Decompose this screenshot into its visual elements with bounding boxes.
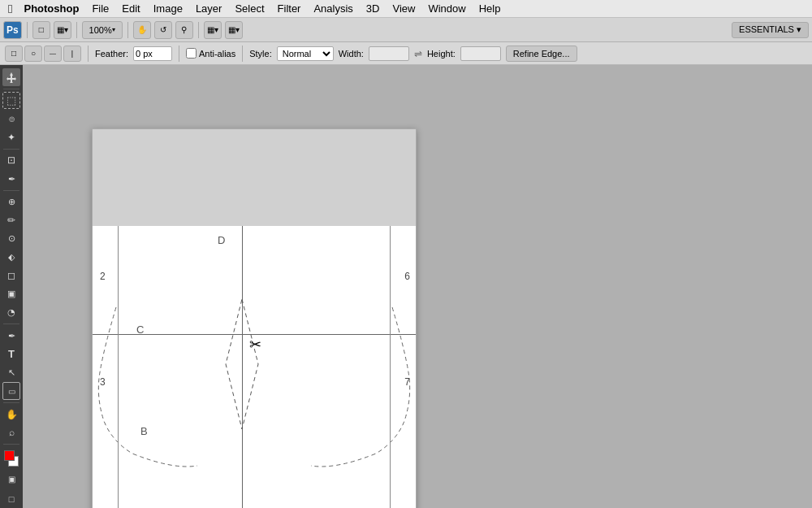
feather-label: Feather: <box>95 49 128 59</box>
rect-marquee-mode-btn[interactable]: □ <box>5 46 23 62</box>
style-select[interactable]: Normal Fixed Ratio Fixed Size <box>277 46 334 61</box>
menu-select[interactable]: Select <box>228 0 270 18</box>
fold-lines-center <box>209 299 274 429</box>
color-swatches <box>2 449 20 467</box>
arrange-button[interactable]: ▦▾ <box>225 21 243 39</box>
hand-tool-button[interactable]: ✋ <box>133 21 151 39</box>
zoom-tool-left[interactable]: ⌕ <box>2 424 20 442</box>
pen-tool[interactable]: ✒ <box>2 327 20 345</box>
doc-layout-button[interactable]: ▦▾ <box>54 21 71 39</box>
width-input[interactable] <box>369 46 409 61</box>
essentials-button[interactable]: ESSENTIALS ▾ <box>732 22 809 38</box>
label-7: 7 <box>404 376 410 388</box>
options-sep-2 <box>179 46 179 62</box>
hand-tool[interactable]: ✋ <box>2 406 20 423</box>
menu-analysis[interactable]: Analysis <box>307 0 359 18</box>
ps-logo-button[interactable]: Ps <box>3 21 22 39</box>
anti-alias-checkbox-group: Anti-alias <box>186 48 235 59</box>
history-brush-tool[interactable]: ⬖ <box>2 249 20 267</box>
label-D: D <box>218 234 225 246</box>
cut-line-right <box>254 307 417 470</box>
options-sep-3 <box>242 46 243 62</box>
menu-help[interactable]: Help <box>473 0 508 18</box>
screen-mode-button[interactable]: □ <box>2 490 20 508</box>
options-sep-1 <box>88 46 89 62</box>
view-mode-button[interactable]: ▦▾ <box>204 21 222 39</box>
svg-marker-0 <box>6 72 16 83</box>
menu-file[interactable]: File <box>85 0 115 18</box>
label-3: 3 <box>100 376 106 388</box>
doc-content-area: D C B 2 3 6 7 ✂ <box>92 226 417 508</box>
label-2: 2 <box>100 271 106 282</box>
menu-bar:  Photoshop File Edit Image Layer Select… <box>0 0 812 18</box>
document-canvas: D C B 2 3 6 7 ✂ <box>92 128 417 508</box>
grid-left-border <box>118 226 119 508</box>
main-toolbar: Ps □ ▦▾ 100% ▾ ✋ ↺ ⚲ ▦▾ ▦▾ ESSENTIALS ▾ <box>0 18 812 42</box>
tool-sep-1 <box>3 89 19 89</box>
menu-edit[interactable]: Edit <box>115 0 146 18</box>
path-select-tool[interactable]: ↖ <box>2 364 20 382</box>
menu-image[interactable]: Image <box>147 0 189 18</box>
quick-mask-tool[interactable]: ▣ <box>2 471 20 488</box>
magic-wand-tool[interactable]: ✦ <box>2 128 20 146</box>
brush-tool[interactable]: ✏ <box>2 211 20 229</box>
menu-3d[interactable]: 3D <box>360 0 387 18</box>
zoom-tool-button[interactable]: ⚲ <box>175 21 193 39</box>
tool-sep-5 <box>3 402 19 403</box>
menu-photoshop[interactable]: Photoshop <box>17 0 85 18</box>
feather-input[interactable] <box>133 46 172 61</box>
zoom-input-area[interactable]: 100% ▾ <box>82 21 123 39</box>
row-marquee-mode-btn[interactable]: — <box>44 46 62 62</box>
text-tool[interactable]: T <box>2 345 20 363</box>
style-label: Style: <box>249 49 272 59</box>
options-bar: □ ○ — | Feather: Anti-alias Style: Norma… <box>0 42 812 65</box>
foreground-color-swatch[interactable] <box>4 450 15 461</box>
toolbar-separator-1 <box>27 22 28 38</box>
shape-tool[interactable]: ▭ <box>2 382 20 400</box>
anti-alias-label: Anti-alias <box>199 49 235 59</box>
toolbar-separator-2 <box>76 22 77 38</box>
width-label: Width: <box>339 49 364 59</box>
anti-alias-checkbox[interactable] <box>186 48 197 59</box>
clone-tool[interactable]: ⊙ <box>2 230 20 248</box>
height-label: Height: <box>427 49 456 59</box>
scissors-cursor: ✂ <box>249 336 261 354</box>
tool-sep-6 <box>3 444 19 445</box>
dodge-tool[interactable]: ◔ <box>2 304 20 322</box>
crop-tool[interactable]: ⊡ <box>2 152 20 170</box>
menu-view[interactable]: View <box>386 0 421 18</box>
eyedropper-tool[interactable]: ✒ <box>2 170 20 188</box>
label-6: 6 <box>404 271 410 282</box>
toolbar-separator-4 <box>198 22 199 38</box>
essentials-label: ESSENTIALS ▾ <box>739 24 801 35</box>
tool-sep-3 <box>3 190 19 191</box>
move-tool[interactable] <box>2 68 20 86</box>
new-doc-button[interactable]: □ <box>32 21 50 39</box>
menu-window[interactable]: Window <box>421 0 472 18</box>
eraser-tool[interactable]: ◻ <box>2 267 20 284</box>
left-toolbar: ⬚ ⌾ ✦ ⊡ ✒ ⊕ ✏ ⊙ ⬖ ◻ ▣ ◔ ✒ T ↖ ▭ ✋ ⌕ ▣ □ <box>0 65 23 508</box>
ellipse-marquee-mode-btn[interactable]: ○ <box>24 46 42 62</box>
col-marquee-mode-btn[interactable]: | <box>63 46 81 62</box>
menu-layer[interactable]: Layer <box>189 0 229 18</box>
height-input[interactable] <box>460 46 501 61</box>
healing-tool[interactable]: ⊕ <box>2 193 20 211</box>
refine-edge-button[interactable]: Refine Edge... <box>506 46 577 62</box>
label-C: C <box>136 323 144 336</box>
zoom-value-label: 100% <box>89 25 112 35</box>
rotate-view-button[interactable]: ↺ <box>154 21 172 39</box>
main-area: ⬚ ⌾ ✦ ⊡ ✒ ⊕ ✏ ⊙ ⬖ ◻ ▣ ◔ ✒ T ↖ ▭ ✋ ⌕ ▣ □ <box>0 65 812 508</box>
tool-sep-2 <box>3 149 19 150</box>
tool-sep-4 <box>3 323 19 324</box>
label-B: B <box>140 425 148 437</box>
menu-filter[interactable]: Filter <box>271 0 308 18</box>
grid-right-border <box>390 226 391 508</box>
marquee-tool[interactable]: ⬚ <box>2 92 20 110</box>
canvas-area: D C B 2 3 6 7 ✂ <box>23 65 812 508</box>
apple-menu[interactable]:  <box>3 2 17 15</box>
doc-header-area <box>92 128 417 226</box>
lasso-tool[interactable]: ⌾ <box>2 110 20 128</box>
swap-icon: ⇌ <box>414 48 422 59</box>
gradient-tool[interactable]: ▣ <box>2 285 20 303</box>
toolbar-separator-3 <box>127 22 128 38</box>
